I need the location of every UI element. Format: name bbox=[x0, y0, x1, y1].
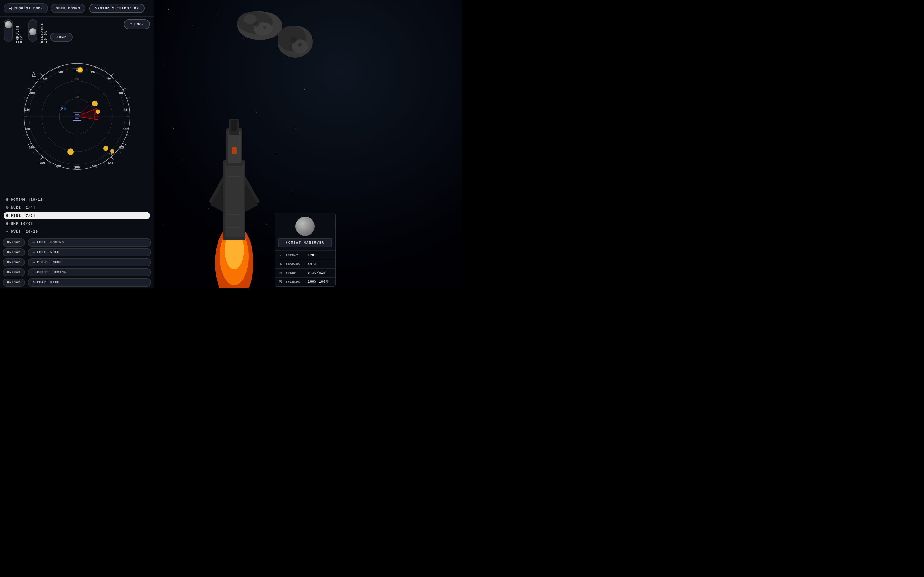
distance-slider-thumb[interactable] bbox=[29, 28, 36, 35]
combat-maneuver-button[interactable]: COMBAT MANEUVER bbox=[278, 239, 332, 247]
distance-slider-track[interactable] bbox=[28, 19, 37, 42]
heading-label: HEADING bbox=[286, 263, 305, 266]
svg-point-90 bbox=[183, 160, 183, 160]
top-bar: ◀ REQUEST DOCK OPEN COMMS 540THZ SHIELDS… bbox=[0, 0, 153, 17]
hvli-icon: ✦ bbox=[6, 229, 8, 234]
unload-left-homing-button[interactable]: UNLOAD bbox=[3, 239, 25, 247]
svg-point-100 bbox=[304, 89, 305, 90]
svg-text:220: 220 bbox=[39, 161, 45, 165]
gear-icon-4: ⚙ bbox=[33, 280, 35, 284]
svg-line-39 bbox=[118, 80, 121, 82]
svg-point-91 bbox=[218, 176, 218, 177]
svg-line-38 bbox=[103, 67, 105, 71]
energy-label: ENERGY bbox=[286, 254, 305, 257]
speed-icon: ◎ bbox=[278, 271, 283, 276]
svg-point-95 bbox=[162, 224, 162, 225]
energy-value: 973 bbox=[308, 253, 314, 257]
load-label-3: RIGHT: HOMING bbox=[37, 271, 66, 274]
arrow-right-icon-2: → bbox=[33, 261, 35, 264]
maneuver-section: COMBAT MANEUVER bbox=[275, 213, 335, 251]
combat-maneuver-label: COMBAT MANEUVER bbox=[286, 241, 325, 245]
unload-left-nuke-button[interactable]: UNLOAD bbox=[3, 248, 25, 256]
request-dock-label: REQUEST DOCK bbox=[14, 6, 43, 10]
nuke-label: NUKE [2/4] bbox=[11, 206, 35, 210]
svg-line-31 bbox=[28, 88, 31, 90]
load-rear-mine-button[interactable]: ⚙ REAR: MINE bbox=[27, 278, 151, 287]
svg-point-96 bbox=[292, 192, 292, 193]
arrow-left-icon-0: ← bbox=[33, 241, 35, 244]
load-right-nuke-button[interactable]: → RIGHT: NUKE bbox=[27, 258, 151, 266]
impulse-slider-container bbox=[4, 19, 13, 42]
weapons-list: ⊕ HOMING [10/12] ☢ NUKE [2/4] ⊕ MINE [7/… bbox=[0, 195, 153, 237]
weapon-hvli[interactable]: ✦ HVLI [20/20] bbox=[4, 228, 150, 235]
hvli-label: HVLI [20/20] bbox=[11, 230, 40, 234]
unload-right-nuke-button[interactable]: UNLOAD bbox=[3, 258, 25, 266]
svg-line-40 bbox=[127, 97, 130, 99]
svg-point-105 bbox=[254, 21, 259, 27]
unload-label-0: UNLOAD bbox=[7, 241, 21, 244]
left-panel: ◀ REQUEST DOCK OPEN COMMS 540THZ SHIELDS… bbox=[0, 0, 154, 288]
svg-line-47 bbox=[49, 162, 51, 165]
svg-text:240: 240 bbox=[29, 146, 34, 149]
open-comms-button[interactable]: OPEN COMMS bbox=[51, 4, 86, 13]
weapon-emp[interactable]: ⊕ EMP [6/6] bbox=[4, 220, 150, 227]
heading-value: 54.3 bbox=[308, 263, 317, 266]
svg-line-48 bbox=[33, 150, 36, 153]
heading-stat-row: ▲ HEADING 54.3 bbox=[275, 259, 335, 268]
jump-button[interactable]: JUMP bbox=[50, 33, 73, 42]
mine-label: MINE [7/8] bbox=[11, 214, 35, 218]
maneuver-dial[interactable] bbox=[296, 217, 315, 236]
shield-button[interactable]: 540THZ SHIELDS: ON bbox=[89, 4, 145, 13]
lock-button[interactable]: ⊕ LOCK bbox=[124, 19, 150, 29]
svg-point-73 bbox=[95, 109, 100, 114]
svg-text:40: 40 bbox=[107, 77, 111, 81]
svg-line-15 bbox=[111, 157, 113, 160]
svg-point-106 bbox=[263, 26, 266, 29]
impulse-slider-track[interactable] bbox=[4, 19, 13, 42]
unload-right-homing-button[interactable]: UNLOAD bbox=[3, 268, 25, 276]
jump-label: JUMP bbox=[57, 35, 66, 39]
svg-point-93 bbox=[208, 208, 208, 208]
svg-rect-69 bbox=[75, 114, 79, 118]
emp-label: EMP [6/6] bbox=[11, 222, 33, 226]
space-background: COMBAT MANEUVER ⚡ ENERGY 973 ▲ HEADING 5… bbox=[154, 0, 462, 288]
request-dock-button[interactable]: ◀ REQUEST DOCK bbox=[4, 3, 48, 13]
unload-label-2: UNLOAD bbox=[7, 261, 21, 264]
impulse-slider-thumb[interactable] bbox=[5, 21, 12, 28]
svg-point-107 bbox=[252, 27, 255, 29]
load-right-homing-button[interactable]: → RIGHT: HOMING bbox=[27, 268, 151, 276]
svg-point-84 bbox=[285, 64, 286, 64]
svg-line-53 bbox=[49, 67, 51, 71]
mine-icon: ⊕ bbox=[6, 213, 8, 218]
svg-point-82 bbox=[244, 38, 244, 39]
weapon-mine[interactable]: ⊕ MINE [7/8] bbox=[4, 212, 150, 219]
svg-text:100: 100 bbox=[123, 127, 128, 131]
load-left-homing-button[interactable]: ← LEFT: HOMING bbox=[27, 239, 151, 247]
svg-line-25 bbox=[28, 143, 31, 145]
unload-label-1: UNLOAD bbox=[7, 251, 21, 254]
weapon-row-4: UNLOAD ⚙ REAR: MINE bbox=[3, 278, 151, 287]
weapon-homing[interactable]: ⊕ HOMING [10/12] bbox=[4, 196, 150, 203]
svg-point-72 bbox=[92, 101, 97, 106]
shields-stat-row: ⛨ SHIELDS 100% 100% bbox=[275, 277, 335, 286]
speed-value: 5.3U/MIN bbox=[308, 271, 326, 275]
shields-label: SHIELDS bbox=[286, 280, 305, 284]
homing-label: HOMING [10/12] bbox=[11, 198, 45, 201]
open-comms-label: OPEN COMMS bbox=[56, 6, 80, 10]
energy-stat-row: ⚡ ENERGY 973 bbox=[275, 251, 335, 259]
dock-icon: ◀ bbox=[9, 6, 12, 11]
svg-line-7 bbox=[123, 88, 126, 90]
lock-icon: ⊕ bbox=[129, 22, 132, 27]
shield-label: 540THZ SHIELDS: ON bbox=[95, 6, 139, 10]
weapon-buttons: UNLOAD ← LEFT: HOMING UNLOAD ← LEFT: NUK… bbox=[0, 237, 153, 288]
unload-rear-mine-button[interactable]: UNLOAD bbox=[3, 279, 25, 287]
arrow-right-icon-3: → bbox=[33, 271, 35, 274]
svg-point-80 bbox=[192, 25, 192, 26]
svg-point-112 bbox=[298, 43, 302, 47]
weapon-nuke[interactable]: ☢ NUKE [2/4] bbox=[4, 204, 150, 211]
svg-point-92 bbox=[276, 153, 276, 154]
emp-icon: ⊕ bbox=[6, 221, 8, 226]
speed-stat-row: ◎ SPEED 5.3U/MIN bbox=[275, 268, 335, 277]
load-left-nuke-button[interactable]: ← LEFT: NUKE bbox=[27, 248, 151, 256]
svg-point-74 bbox=[67, 148, 74, 155]
